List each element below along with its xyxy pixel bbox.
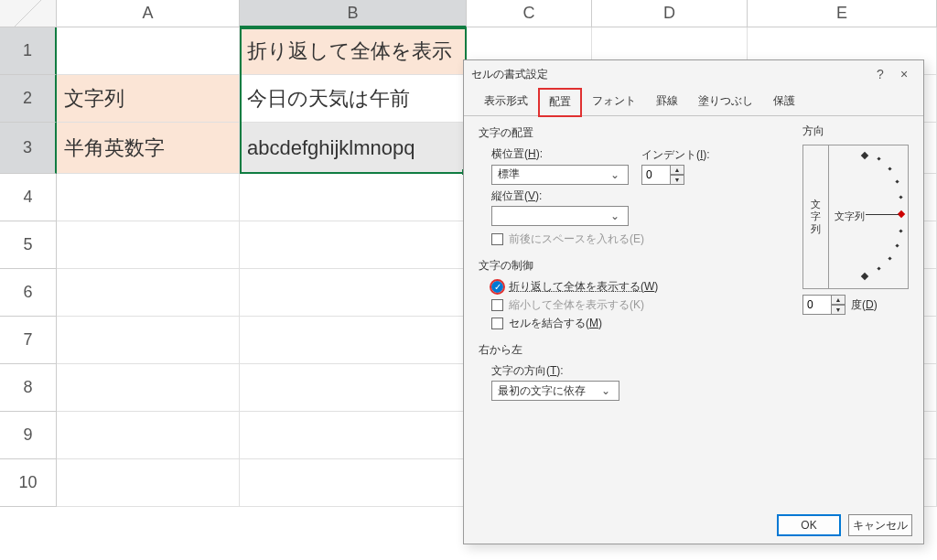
format-cells-dialog: セルの書式設定 ? × 表示形式 配置 フォント 罫線 塗りつぶし 保護 方向 … <box>463 59 924 544</box>
orientation-control[interactable]: 文字列 文字列 <box>802 145 909 289</box>
wrap-text-checkbox[interactable]: ✓ <box>491 281 503 293</box>
tab-protection[interactable]: 保護 <box>764 89 804 116</box>
chevron-down-icon: ⌄ <box>598 384 613 397</box>
text-direction-value: 最初の文字に依存 <box>498 383 586 399</box>
row-header-2[interactable]: 2 <box>0 75 57 123</box>
cell-A4[interactable] <box>57 174 240 221</box>
indent-input[interactable] <box>641 165 671 185</box>
cell-B9[interactable] <box>240 412 467 459</box>
row-header-10[interactable]: 10 <box>0 459 57 507</box>
cell-A1[interactable] <box>57 27 240 75</box>
tab-fill[interactable]: 塗りつぶし <box>689 89 762 116</box>
cell-B3[interactable]: abcdefghijklmnopq <box>240 123 467 174</box>
col-header-E[interactable]: E <box>748 0 937 27</box>
horizontal-label: 横位置(H): <box>491 146 790 162</box>
orientation-vertical-text[interactable]: 文字列 <box>803 145 829 288</box>
row-header-9[interactable]: 9 <box>0 412 57 459</box>
shrink-to-fit-label: 縮小して全体を表示する(K) <box>509 297 644 313</box>
tab-font[interactable]: フォント <box>583 89 645 116</box>
cell-B10[interactable] <box>240 459 467 507</box>
tab-border[interactable]: 罫線 <box>647 89 687 116</box>
spreadsheet-view: A B C D E 1 2 3 4 5 6 7 8 9 10 折り返して全体を表… <box>0 0 937 560</box>
row-header-8[interactable]: 8 <box>0 364 57 412</box>
chevron-down-icon: ⌄ <box>608 210 622 222</box>
cell-A6[interactable] <box>57 269 240 317</box>
indent-spinner[interactable]: ▲▼ <box>641 165 710 185</box>
row-headers: 1 2 3 4 5 6 7 8 9 10 <box>0 27 57 507</box>
merge-cells-checkbox[interactable] <box>491 318 503 329</box>
cell-A7[interactable] <box>57 317 240 364</box>
col-header-D[interactable]: D <box>592 0 748 27</box>
dialog-title: セルの書式設定 <box>471 67 868 82</box>
vertical-select[interactable]: ⌄ <box>491 206 629 226</box>
ok-button[interactable]: OK <box>777 514 841 536</box>
cancel-button[interactable]: キャンセル <box>848 514 912 536</box>
cell-A5[interactable] <box>57 221 240 269</box>
row-header-7[interactable]: 7 <box>0 317 57 364</box>
right-to-left-group: 右から左 文字の方向(T): 最初の文字に依存 ⌄ <box>479 342 909 401</box>
spinner-up-icon[interactable]: ▲ <box>832 295 845 305</box>
text-alignment-group: 文字の配置 横位置(H): 標準 ⌄ インデント(I): ▲▼ <box>479 125 790 247</box>
wrap-text-label: 折り返して全体を表示する(W) <box>509 279 658 295</box>
cell-A2[interactable]: 文字列 <box>57 75 240 123</box>
col-header-C[interactable]: C <box>467 0 592 27</box>
help-button[interactable]: ? <box>868 64 892 84</box>
shrink-to-fit-checkbox <box>491 299 503 311</box>
orientation-label: 方向 <box>802 124 909 139</box>
justify-distributed-checkbox <box>491 233 503 245</box>
degrees-label: 度(D) <box>851 297 878 313</box>
tab-number[interactable]: 表示形式 <box>475 89 537 116</box>
select-all-corner[interactable] <box>0 0 57 27</box>
text-direction-label: 文字の方向(T): <box>491 363 909 379</box>
horizontal-select[interactable]: 標準 ⌄ <box>491 165 629 185</box>
column-headers: A B C D E <box>0 0 937 27</box>
orientation-line <box>866 214 899 215</box>
orientation-sample-text: 文字列 <box>835 210 865 223</box>
cell-A10[interactable] <box>57 459 240 507</box>
cell-A8[interactable] <box>57 364 240 412</box>
cell-B7[interactable] <box>240 317 467 364</box>
orientation-group: 方向 文字列 文字列 <box>802 124 909 318</box>
cell-B8[interactable] <box>240 364 467 412</box>
orientation-degrees-input[interactable] <box>802 295 832 315</box>
justify-distributed-label: 前後にスペースを入れる(E) <box>509 232 644 247</box>
orientation-degrees-spinner[interactable]: ▲▼ <box>802 295 845 315</box>
row-header-6[interactable]: 6 <box>0 269 57 317</box>
spinner-up-icon[interactable]: ▲ <box>671 165 684 175</box>
cell-B5[interactable] <box>240 221 467 269</box>
cell-B2[interactable]: 今日の天気は午前 <box>240 75 467 123</box>
cell-A9[interactable] <box>57 412 240 459</box>
row-header-4[interactable]: 4 <box>0 174 57 221</box>
row-header-5[interactable]: 5 <box>0 221 57 269</box>
cell-A3[interactable]: 半角英数字 <box>57 123 240 174</box>
text-alignment-label: 文字の配置 <box>479 125 790 141</box>
cell-B1[interactable]: 折り返して全体を表示 <box>240 27 467 75</box>
cell-B6[interactable] <box>240 269 467 317</box>
indent-label: インデント(I): <box>641 147 710 163</box>
rtl-group-label: 右から左 <box>479 342 909 358</box>
cell-B4[interactable] <box>240 174 467 221</box>
chevron-down-icon: ⌄ <box>608 168 622 181</box>
horizontal-value: 標準 <box>498 167 520 182</box>
dialog-footer: OK キャンセル <box>777 514 912 536</box>
col-header-B[interactable]: B <box>240 0 467 27</box>
close-button[interactable]: × <box>892 64 916 84</box>
dialog-titlebar[interactable]: セルの書式設定 ? × <box>464 60 923 88</box>
vertical-label: 縦位置(V): <box>491 188 790 204</box>
row-header-3[interactable]: 3 <box>0 123 57 174</box>
orientation-dial[interactable]: 文字列 <box>829 145 908 288</box>
dialog-tabs: 表示形式 配置 フォント 罫線 塗りつぶし 保護 <box>464 88 923 116</box>
dialog-content: 方向 文字列 文字列 <box>464 116 923 421</box>
text-direction-select[interactable]: 最初の文字に依存 ⌄ <box>491 381 619 401</box>
merge-cells-label: セルを結合する(M) <box>509 316 602 331</box>
row-header-1[interactable]: 1 <box>0 27 57 75</box>
col-header-A[interactable]: A <box>57 0 240 27</box>
tab-alignment[interactable]: 配置 <box>539 89 581 116</box>
spinner-down-icon[interactable]: ▼ <box>671 175 684 185</box>
spinner-down-icon[interactable]: ▼ <box>832 305 845 315</box>
